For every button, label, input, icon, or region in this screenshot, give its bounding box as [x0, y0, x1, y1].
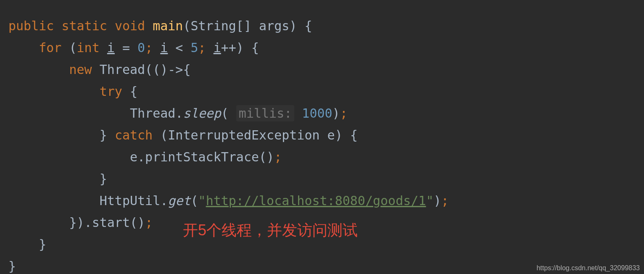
var-i: i	[214, 40, 221, 55]
method-signature: (String[] args) {	[183, 18, 312, 33]
method-name: main	[153, 18, 183, 33]
param-hint-millis: millis:	[236, 105, 294, 121]
keyword-new: new	[69, 62, 92, 77]
keyword-int: int	[77, 40, 100, 55]
keyword-try: try	[100, 84, 122, 99]
keyword-public: public	[8, 18, 54, 33]
var-i: i	[107, 40, 115, 55]
number-literal: 1000	[302, 106, 332, 121]
url-string: http://localhost:8080/goods/1	[206, 193, 426, 208]
watermark: https://blog.csdn.net/qq_32099833	[536, 265, 640, 271]
keyword-void: void	[115, 18, 145, 33]
keyword-for: for	[39, 40, 61, 55]
number-literal: 5	[191, 40, 198, 55]
number-literal: 0	[137, 40, 145, 55]
keyword-catch: catch	[115, 128, 153, 142]
method-get: get	[168, 193, 190, 208]
method-sleep: sleep	[183, 106, 221, 121]
var-i: i	[160, 40, 168, 55]
keyword-static: static	[61, 18, 107, 33]
annotation-text: 开5个线程，并发访问测试	[183, 223, 358, 238]
